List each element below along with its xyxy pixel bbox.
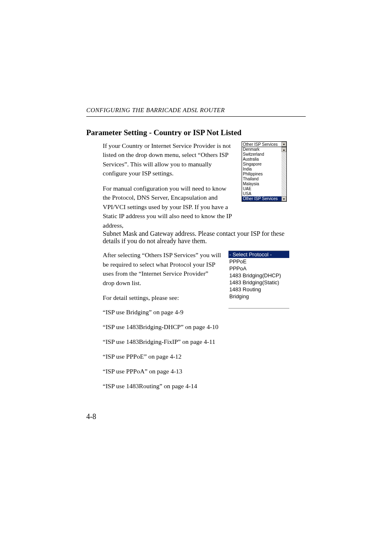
- paragraph-manual-a: For manual configuration you will need t…: [86, 184, 234, 230]
- country-dropdown-selected[interactable]: Other ISP Services ▼: [242, 141, 287, 147]
- country-option[interactable]: Other ISP Services: [242, 196, 281, 201]
- section-heading: Parameter Setting - Country or ISP Not L…: [86, 128, 306, 137]
- protocol-option[interactable]: PPPoE: [228, 258, 289, 265]
- country-option[interactable]: Philippines: [242, 172, 281, 177]
- scroll-down-icon[interactable]: ▼: [281, 196, 286, 201]
- protocol-option[interactable]: 1483 Routing: [228, 286, 289, 293]
- paragraph-manual-b: Subnet Mask and Gateway address. Please …: [86, 230, 292, 245]
- scrollbar[interactable]: ▲ ▼: [281, 147, 286, 201]
- intro-text-col: If your Country or Internet Service Prov…: [86, 141, 234, 230]
- paragraph-after-select: After selecting “Others ISP Services” yo…: [86, 251, 221, 288]
- country-dropdown[interactable]: Other ISP Services ▼ DenmarkSwitzerlandA…: [242, 141, 287, 230]
- country-dropdown-list[interactable]: DenmarkSwitzerlandAustraliaSingaporeIndi…: [242, 147, 281, 201]
- country-option[interactable]: Singapore: [242, 162, 281, 167]
- country-option[interactable]: USA: [242, 191, 281, 196]
- country-dropdown-selected-text: Other ISP Services: [242, 142, 281, 147]
- protocol-option[interactable]: PPPoA: [228, 265, 289, 272]
- scroll-track[interactable]: [281, 152, 286, 196]
- country-option[interactable]: UAE: [242, 187, 281, 191]
- protocol-text-col: After selecting “Others ISP Services” yo…: [86, 251, 221, 308]
- country-option[interactable]: Switzerland: [242, 152, 281, 157]
- cross-references: “ISP use Bridging” on page 4-9“ISP use 1…: [86, 309, 306, 390]
- country-option[interactable]: Thailand: [242, 177, 281, 182]
- cross-reference-line: “ISP use 1483Bridging-DHCP” on page 4-10: [86, 323, 306, 331]
- country-option[interactable]: Malaysia: [242, 182, 281, 187]
- paragraph-intro: If your Country or Internet Service Prov…: [86, 141, 234, 178]
- cross-reference-line: “ISP use Bridging” on page 4-9: [86, 309, 306, 316]
- protocol-dropdown-list[interactable]: - Select Protocol -PPPoEPPPoA1483 Bridgi…: [228, 251, 289, 308]
- country-dropdown-list-wrap: DenmarkSwitzerlandAustraliaSingaporeIndi…: [242, 147, 287, 202]
- row-intro: If your Country or Internet Service Prov…: [86, 141, 306, 230]
- protocol-option[interactable]: 1483 Bridging(Static): [228, 279, 289, 286]
- protocol-option[interactable]: 1483 Bridging(DHCP): [228, 272, 289, 279]
- country-option[interactable]: India: [242, 167, 281, 172]
- page-number: 4-8: [86, 412, 96, 421]
- country-option[interactable]: Australia: [242, 157, 281, 162]
- running-head: CONFIGURING THE BARRICADE ADSL ROUTER: [86, 107, 306, 114]
- row-protocol: After selecting “Others ISP Services” yo…: [86, 251, 306, 308]
- protocol-option[interactable]: Bridging: [228, 293, 289, 300]
- cross-reference-line: “ISP use 1483Routing” on page 4-14: [86, 382, 306, 390]
- country-option[interactable]: Denmark: [242, 147, 281, 152]
- scroll-up-icon[interactable]: ▲: [281, 147, 286, 152]
- protocol-option[interactable]: - Select Protocol -: [228, 251, 289, 258]
- cross-reference-line: “ISP use PPPoA” on page 4-13: [86, 368, 306, 375]
- chevron-down-icon[interactable]: ▼: [281, 142, 286, 147]
- page: CONFIGURING THE BARRICADE ADSL ROUTER Pa…: [0, 0, 392, 555]
- header-rule: [86, 116, 306, 117]
- cross-reference-line: “ISP use PPPoE” on page 4-12: [86, 353, 306, 360]
- paragraph-detail-see: For detail settings, please see:: [86, 293, 221, 302]
- cross-reference-line: “ISP use 1483Bridging-FixIP” on page 4-1…: [86, 338, 306, 345]
